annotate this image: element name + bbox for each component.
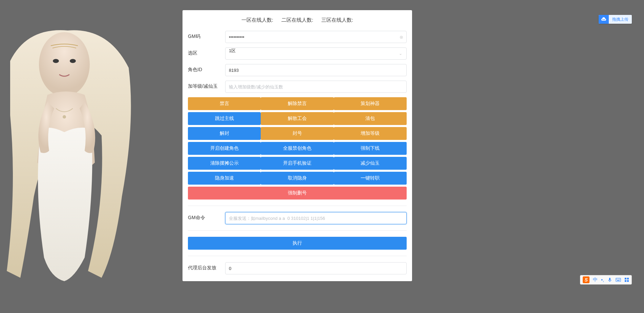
upload-widget[interactable]: 拖拽上传 xyxy=(599,15,632,24)
force-offline-button[interactable]: 强制下线 xyxy=(334,142,407,155)
divider xyxy=(188,206,407,206)
svg-rect-14 xyxy=(625,278,626,279)
svg-point-2 xyxy=(70,59,76,63)
svg-point-5 xyxy=(603,19,604,20)
gmcmd-input[interactable] xyxy=(225,212,407,224)
svg-point-6 xyxy=(604,19,605,20)
force-delete-button[interactable]: 强制删号 xyxy=(188,187,407,200)
agent-label: 代理后台发放 xyxy=(188,262,225,271)
svg-rect-16 xyxy=(625,280,626,282)
gmcode-label: GM码 xyxy=(188,31,225,40)
svg-rect-15 xyxy=(627,278,629,279)
svg-point-1 xyxy=(53,59,59,63)
roleid-label: 角色ID xyxy=(188,64,225,73)
zone-label: 选区 xyxy=(188,47,225,56)
ime-lang[interactable]: 中 xyxy=(592,276,599,284)
reduce-jade-button[interactable]: 减少仙玉 xyxy=(334,157,407,170)
svg-rect-13 xyxy=(617,280,620,281)
svg-rect-10 xyxy=(617,279,617,279)
gmcode-input[interactable] xyxy=(225,31,407,43)
ime-punct-icon[interactable]: •, xyxy=(600,276,605,283)
main-panel: 一区在线人数: 二区在线人数: 三区在线人数: GM码 ⊗ 选区 1区 ⌄ 角色… xyxy=(183,10,412,281)
svg-point-0 xyxy=(39,32,90,97)
svg-rect-7 xyxy=(609,278,610,280)
divider xyxy=(188,256,407,256)
clear-bag-button[interactable]: 清包 xyxy=(334,112,407,125)
online-stats: 一区在线人数: 二区在线人数: 三区在线人数: xyxy=(188,17,407,23)
svg-rect-17 xyxy=(627,280,629,282)
ime-keyboard-icon[interactable] xyxy=(615,277,622,283)
unmute-button[interactable]: 解除禁言 xyxy=(261,97,334,110)
enable-create-role-button[interactable]: 开启创建角色 xyxy=(188,142,261,155)
unban-button[interactable]: 解封 xyxy=(188,127,261,140)
svg-rect-11 xyxy=(618,279,619,279)
ime-toolbar[interactable]: S 中 •, xyxy=(580,275,632,285)
ban-button[interactable]: 封号 xyxy=(261,127,334,140)
gmcmd-label: GM命令 xyxy=(188,212,225,221)
clear-stall-button[interactable]: 清除摆摊公示 xyxy=(188,157,261,170)
clear-icon[interactable]: ⊗ xyxy=(400,35,403,40)
change-class-button[interactable]: 一键转职 xyxy=(334,172,407,185)
zone3-online: 三区在线人数: xyxy=(321,17,353,23)
character-illustration xyxy=(0,20,142,285)
ime-grid-icon[interactable] xyxy=(623,277,630,283)
roleid-input[interactable] xyxy=(225,64,407,76)
svg-point-4 xyxy=(602,19,603,20)
skip-mainline-button[interactable]: 跳过主线 xyxy=(188,112,261,125)
zone2-online: 二区在线人数: xyxy=(281,17,313,23)
cloud-icon xyxy=(599,15,609,24)
upload-label: 拖拽上传 xyxy=(609,15,632,24)
level-label: 加等级/减仙玉 xyxy=(188,81,225,89)
zone-selected-value: 1区 xyxy=(229,48,236,53)
execute-button[interactable]: 执行 xyxy=(188,237,407,250)
zone1-online: 一区在线人数: xyxy=(241,17,273,23)
disband-guild-button[interactable]: 解散工会 xyxy=(261,112,334,125)
level-input[interactable] xyxy=(225,81,407,93)
cancel-stealth-button[interactable]: 取消隐身 xyxy=(261,172,334,185)
svg-point-3 xyxy=(63,115,66,119)
ime-logo-icon[interactable]: S xyxy=(582,276,591,284)
enable-phone-verify-button[interactable]: 开启手机验证 xyxy=(261,157,334,170)
divider xyxy=(188,230,407,231)
zone-select[interactable]: 1区 ⌄ xyxy=(225,47,407,60)
svg-rect-12 xyxy=(619,279,620,279)
disable-create-role-button[interactable]: 全服禁创角色 xyxy=(261,142,334,155)
mute-button[interactable]: 禁言 xyxy=(188,97,261,110)
agent-input[interactable] xyxy=(225,262,407,274)
svg-rect-9 xyxy=(616,278,621,281)
ime-mic-icon[interactable] xyxy=(606,277,613,283)
add-level-button[interactable]: 增加等级 xyxy=(334,127,407,140)
chevron-down-icon: ⌄ xyxy=(399,51,402,56)
stealth-speed-button[interactable]: 隐身加速 xyxy=(188,172,261,185)
planner-weapon-button[interactable]: 策划神器 xyxy=(334,97,407,110)
